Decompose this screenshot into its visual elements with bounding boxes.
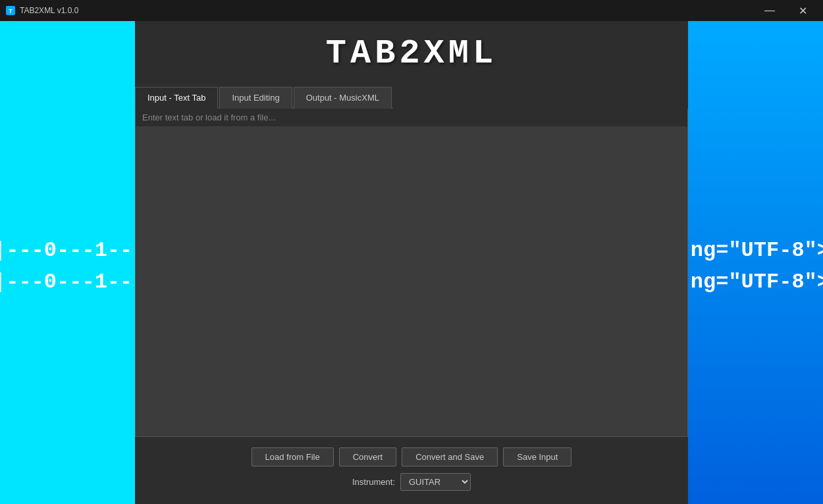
left-panel: |---0---1-- |---0---1-- [0,21,135,504]
title-bar-left: T TAB2XML v1.0.0 [5,5,78,16]
main-content: TAB2XML Input - Text Tab Input Editing O… [135,21,688,504]
load-from-file-button[interactable]: Load from File [252,447,334,466]
button-area: Load from File Convert Convert and Save … [252,437,572,504]
minimize-button[interactable]: — [755,0,785,21]
convert-and-save-button[interactable]: Convert and Save [402,447,498,466]
editor-placeholder-text: Enter text tab or load it from a file... [135,109,688,126]
instrument-label: Instrument: [352,477,395,487]
tab-output-musicxml[interactable]: Output - MusicXML [294,87,392,109]
tab-input-text[interactable]: Input - Text Tab [135,87,218,109]
right-panel-text-1: ng="UTF-8"> [691,238,823,263]
instrument-select[interactable]: GUITAR BASS UKULELE MANDOLIN [400,473,471,491]
title-bar: T TAB2XML v1.0.0 — ✕ [0,0,823,21]
svg-text:T: T [9,8,13,14]
close-button[interactable]: ✕ [787,0,818,21]
left-panel-text-2: |---0---1-- [0,270,132,294]
app-icon: T [5,5,16,16]
title-bar-controls: — ✕ [755,0,818,21]
app-main-title: TAB2XML [326,34,497,73]
convert-button[interactable]: Convert [339,447,397,466]
action-button-row: Load from File Convert Convert and Save … [252,447,572,466]
right-panel: ng="UTF-8"> ng="UTF-8"> [688,21,823,504]
left-panel-text-1: |---0---1-- [0,238,132,263]
save-input-button[interactable]: Save Input [503,447,571,466]
app-title-bar-label: TAB2XML v1.0.0 [20,6,78,15]
tab-input-editing[interactable]: Input Editing [219,87,292,109]
instrument-row: Instrument: GUITAR BASS UKULELE MANDOLIN [352,473,471,491]
right-panel-text-2: ng="UTF-8"> [691,270,823,294]
editor-textarea[interactable] [135,126,688,437]
editor-container: Enter text tab or load it from a file... [135,109,688,437]
tabs-container: Input - Text Tab Input Editing Output - … [135,86,393,109]
